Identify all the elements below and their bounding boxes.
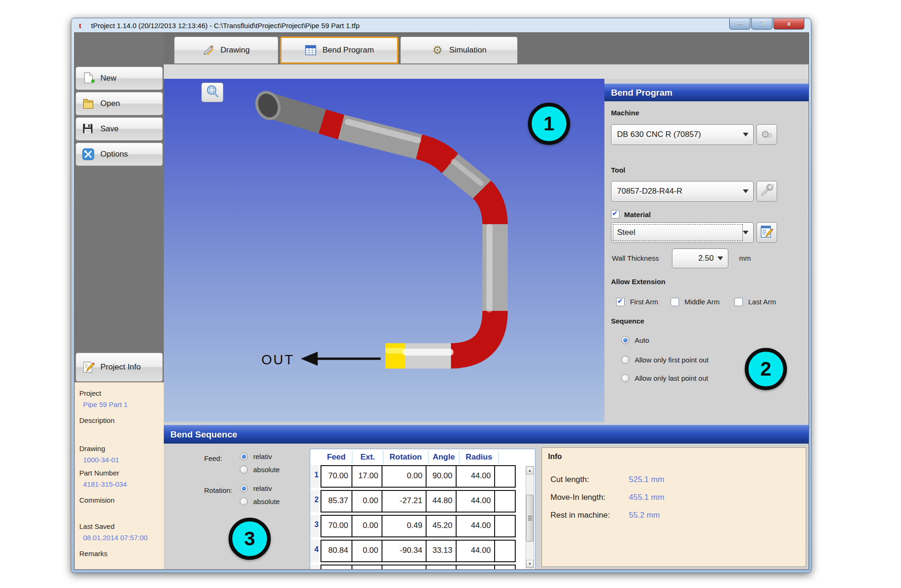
tool-select[interactable]: 70857-D28-R44-R — [611, 181, 754, 202]
title-bar[interactable]: t tProject 1.14.0 (20/12/2013 12:13:46) … — [71, 18, 811, 32]
column-header-radius[interactable]: Radius — [459, 451, 499, 464]
middle-arm-option[interactable]: Middle Arm — [671, 297, 719, 306]
bend-sequence-table[interactable]: Feed Ext. Rotation Angle Radius 170.0017… — [310, 449, 535, 570]
table-row[interactable]: 370.000.000.4945.2044.00 — [310, 515, 535, 537]
material-checkbox[interactable] — [611, 210, 619, 219]
table-cell[interactable]: 70.00 — [321, 516, 352, 536]
table-cell[interactable]: 44.00 — [457, 466, 495, 487]
middle-arm-checkbox[interactable] — [671, 298, 679, 306]
table-cell[interactable]: 0.00 — [382, 565, 427, 570]
table-cell[interactable]: -90.34 — [382, 541, 427, 561]
row-number[interactable]: 2 — [310, 490, 321, 513]
sequence-auto-option[interactable]: Auto — [621, 336, 649, 344]
table-cell[interactable]: 90.00 — [427, 466, 457, 487]
new-button[interactable]: New — [76, 67, 163, 90]
scroll-up-icon[interactable]: ▲ — [526, 467, 534, 475]
table-scrollbar[interactable]: ▲ ▼ — [526, 466, 534, 568]
feed-absolute-label: absolute — [253, 466, 280, 474]
table-cell[interactable]: 0.49 — [382, 516, 427, 536]
table-cell[interactable]: 0.00 — [352, 541, 382, 561]
scrollbar-thumb[interactable] — [526, 495, 534, 542]
feed-absolute-option[interactable]: absolute — [240, 465, 280, 474]
column-header-feed[interactable]: Feed — [321, 451, 352, 464]
material-edit-button[interactable] — [756, 222, 777, 243]
table-cell[interactable]: 0.00 — [352, 565, 382, 570]
zoom-fit-button[interactable] — [201, 83, 223, 102]
wall-thickness-select[interactable]: 2.50 — [672, 249, 728, 268]
first-arm-option[interactable]: First Arm — [616, 297, 658, 306]
table-cell[interactable]: 45.20 — [427, 516, 457, 536]
tab-simulation[interactable]: ⚙ Simulation — [400, 37, 518, 64]
rotation-absolute-radio[interactable] — [240, 498, 248, 505]
table-cell[interactable]: 0.00 — [427, 565, 457, 570]
save-button[interactable]: Save — [76, 117, 163, 141]
table-cell[interactable]: 0.00 — [457, 565, 495, 570]
move-in-length-value: 455.1 mm — [629, 493, 664, 502]
close-button[interactable]: x — [773, 18, 804, 30]
minimize-button[interactable]: — — [729, 18, 750, 30]
table-row[interactable]: 555.180.000.000.000.00 — [310, 565, 535, 570]
table-cell[interactable]: 0.00 — [352, 491, 382, 512]
tab-drawing[interactable]: Drawing — [174, 37, 278, 64]
part-number-value: 4181-315-034 — [83, 480, 127, 488]
gears-icon: ⚙⚙ — [761, 130, 772, 140]
table-cell[interactable]: 70.00 — [321, 466, 352, 487]
first-arm-checkbox[interactable] — [616, 298, 625, 306]
options-button[interactable]: Options — [76, 143, 163, 166]
tool-settings-button[interactable] — [756, 181, 777, 202]
open-button[interactable]: Open — [76, 92, 163, 115]
table-cell[interactable]: 0.00 — [352, 516, 382, 536]
table-cell[interactable]: -27.21 — [382, 491, 427, 512]
chevron-down-icon — [743, 189, 748, 193]
row-number[interactable]: 1 — [310, 465, 321, 488]
rotation-label: Rotation: — [204, 486, 232, 494]
machine-select[interactable]: DB 630 CNC R (70857) — [611, 124, 754, 145]
table-cell[interactable]: 44.80 — [427, 491, 457, 512]
table-row[interactable]: 170.0017.000.0090.0044.00 — [310, 465, 535, 488]
tab-bend-program[interactable]: Bend Program — [280, 37, 398, 64]
rotation-absolute-option[interactable]: absolute — [240, 497, 280, 505]
column-header-rotation[interactable]: Rotation — [383, 451, 428, 464]
row-number[interactable]: 4 — [310, 540, 321, 562]
last-arm-checkbox[interactable] — [734, 298, 743, 306]
auto-radio[interactable] — [621, 336, 629, 344]
last-point-radio[interactable] — [621, 374, 629, 382]
last-arm-option[interactable]: Last Arm — [734, 297, 776, 306]
column-header-angle[interactable]: Angle — [428, 451, 459, 464]
info-title: Info — [548, 452, 562, 461]
table-cell[interactable]: 55.18 — [321, 565, 352, 570]
sequence-first-point-option[interactable]: Allow only first point out — [621, 355, 709, 364]
feed-relativ-radio[interactable] — [240, 452, 248, 460]
project-info-button[interactable]: Project Info — [76, 353, 163, 382]
row-number[interactable]: 3 — [310, 515, 321, 537]
table-cell[interactable]: 33.13 — [427, 541, 457, 561]
table-cell[interactable]: 80.84 — [321, 541, 352, 561]
table-cell[interactable]: 85.37 — [321, 491, 352, 512]
table-cell[interactable]: 44.00 — [457, 491, 495, 512]
table-cell[interactable]: 44.00 — [457, 541, 495, 561]
table-cell[interactable]: 17.00 — [352, 466, 382, 487]
table-row[interactable]: 480.840.00-90.3433.1344.00 — [310, 540, 535, 562]
rotation-relativ-option[interactable]: relativ — [240, 484, 272, 492]
table-cell-empty[interactable] — [495, 516, 515, 536]
first-point-radio[interactable] — [621, 356, 629, 364]
feed-relativ-option[interactable]: relativ — [240, 452, 272, 460]
sequence-last-point-option[interactable]: Allow only last point out — [621, 374, 708, 382]
maximize-button[interactable]: ❐ — [751, 18, 772, 30]
table-cell[interactable]: 0.00 — [382, 466, 427, 487]
pipe-3d-viewport[interactable]: OUT 1 — [164, 79, 604, 422]
feed-absolute-radio[interactable] — [240, 466, 248, 474]
column-header-ext[interactable]: Ext. — [352, 451, 383, 464]
material-select[interactable]: Steel — [611, 222, 754, 243]
table-cell-empty[interactable] — [495, 466, 515, 487]
machine-settings-button[interactable]: ⚙⚙ — [756, 124, 777, 145]
table-cell-empty[interactable] — [495, 491, 515, 512]
scroll-down-icon[interactable]: ▼ — [526, 560, 534, 568]
table-cell-empty[interactable] — [495, 565, 515, 570]
table-cell[interactable]: 44.00 — [457, 516, 495, 536]
table-row[interactable]: 285.370.00-27.2144.8044.00 — [310, 490, 535, 513]
row-number[interactable]: 5 — [310, 565, 321, 570]
rotation-relativ-radio[interactable] — [240, 484, 248, 492]
table-header-row: Feed Ext. Rotation Angle Radius — [321, 449, 535, 465]
table-cell-empty[interactable] — [495, 541, 515, 561]
